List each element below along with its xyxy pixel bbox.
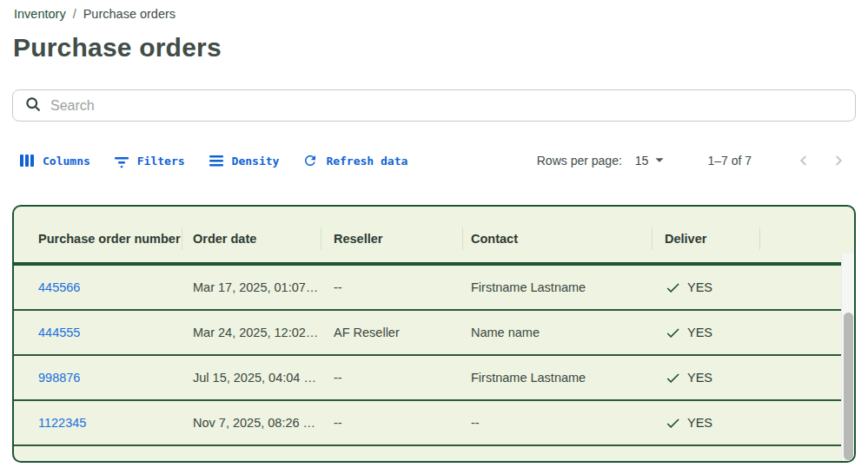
column-header-deliver[interactable]: Deliver: [652, 215, 759, 262]
page-title: Purchase orders: [13, 33, 222, 63]
reseller-cell: --: [321, 371, 462, 385]
filters-button-label: Filters: [137, 155, 185, 168]
deliver-cell: YES: [665, 325, 759, 341]
reseller-cell: --: [321, 280, 462, 294]
reseller-cell: AF Reseller: [321, 326, 462, 339]
density-button-label: Density: [232, 155, 280, 168]
table-row[interactable]: 444555 Mar 24, 2025, 12:02… AF Reseller …: [14, 311, 854, 356]
search-icon: [24, 95, 42, 116]
table-toolbar: Columns Filters Density: [19, 148, 856, 174]
order-number-link[interactable]: 1122345: [38, 416, 86, 430]
search-input[interactable]: [50, 98, 855, 114]
deliver-label: YES: [687, 416, 712, 430]
chevron-down-icon: [650, 150, 669, 172]
order-date-cell: Mar 24, 2025, 12:02…: [182, 326, 321, 339]
order-date-cell: Nov 7, 2025, 08:26 …: [182, 416, 321, 430]
density-button[interactable]: Density: [209, 153, 280, 168]
deliver-label: YES: [687, 371, 712, 385]
table-header-row: Purchase order number Order date Reselle…: [14, 207, 854, 262]
columns-icon: [19, 153, 35, 168]
breadcrumb-current: Purchase orders: [83, 7, 176, 21]
deliver-label: YES: [687, 326, 712, 339]
reseller-cell: --: [321, 416, 462, 430]
columns-button-label: Columns: [43, 155, 90, 168]
density-icon: [209, 153, 224, 168]
table-row[interactable]: 998876 Jul 15, 2025, 04:04 … -- Firstnam…: [14, 356, 854, 401]
search-bar[interactable]: [12, 89, 856, 122]
rows-per-page-select[interactable]: 15: [635, 150, 670, 172]
order-number-link[interactable]: 445566: [38, 280, 80, 294]
table-scrollbar-track[interactable]: [841, 253, 854, 461]
table-row[interactable]: 445566 Mar 17, 2025, 01:07… -- Firstname…: [14, 266, 854, 311]
columns-button[interactable]: Columns: [19, 153, 90, 168]
check-icon: [665, 415, 681, 431]
refresh-data-button[interactable]: Refresh data: [302, 153, 407, 168]
pagination: Rows per page: 15 1–7 of 7: [537, 143, 856, 178]
column-header-contact[interactable]: Contact: [462, 215, 652, 262]
order-date-cell: Jul 15, 2025, 04:04 …: [182, 371, 321, 385]
rows-per-page-label: Rows per page:: [537, 154, 622, 168]
order-number-link[interactable]: 998876: [38, 371, 80, 385]
check-icon: [665, 325, 681, 341]
refresh-icon: [302, 153, 318, 168]
column-header-order-date[interactable]: Order date: [182, 215, 321, 262]
purchase-orders-page: Inventory / Purchase orders Purchase ord…: [0, 0, 868, 474]
column-header-reseller[interactable]: Reseller: [321, 215, 462, 262]
deliver-cell: YES: [665, 370, 759, 386]
contact-cell: Firstname Lastname: [462, 280, 652, 294]
purchase-orders-table: Purchase order number Order date Reselle…: [12, 205, 856, 463]
chevron-right-icon: [829, 151, 848, 170]
chevron-left-icon: [794, 151, 813, 170]
deliver-cell: YES: [665, 280, 759, 296]
deliver-label: YES: [687, 280, 712, 294]
breadcrumb-inventory-link[interactable]: Inventory: [14, 7, 66, 21]
deliver-cell: YES: [665, 415, 759, 431]
breadcrumb: Inventory / Purchase orders: [14, 7, 176, 21]
order-number-link[interactable]: 444555: [38, 326, 80, 339]
column-header-purchase-order-number[interactable]: Purchase order number: [14, 215, 182, 262]
next-page-button[interactable]: [821, 143, 856, 178]
order-date-cell: Mar 17, 2025, 01:07…: [182, 280, 321, 294]
rows-per-page-value: 15: [635, 154, 649, 168]
previous-page-button[interactable]: [786, 143, 821, 178]
pagination-range-label: 1–7 of 7: [707, 154, 752, 168]
column-header-empty: [759, 215, 854, 262]
contact-cell: Firstname Lastname: [462, 371, 652, 385]
filter-icon: [114, 153, 129, 168]
breadcrumb-separator: /: [73, 7, 76, 21]
table-row[interactable]: 1122345 Nov 7, 2025, 08:26 … -- -- YES: [14, 401, 854, 446]
filters-button[interactable]: Filters: [114, 153, 185, 168]
contact-cell: --: [462, 416, 652, 430]
contact-cell: Name name: [462, 326, 652, 339]
check-icon: [665, 280, 681, 296]
table-scrollbar-thumb[interactable]: [844, 313, 853, 460]
check-icon: [665, 370, 681, 386]
refresh-data-button-label: Refresh data: [326, 155, 407, 168]
